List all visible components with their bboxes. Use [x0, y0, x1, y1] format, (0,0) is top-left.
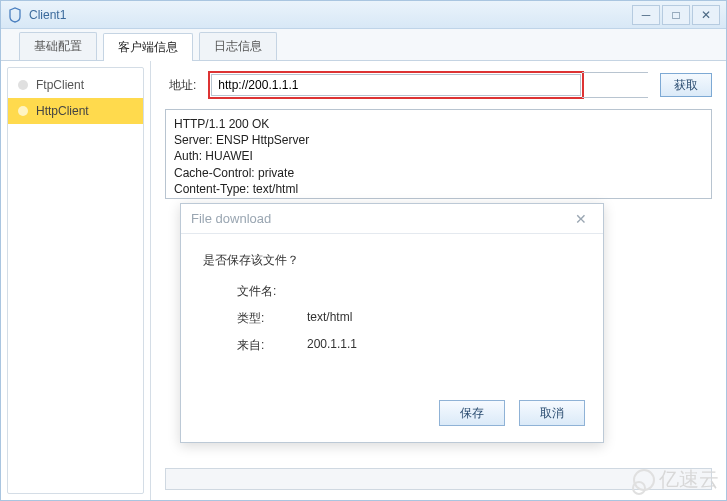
from-label: 来自: — [237, 337, 307, 354]
sidebar-item-label: FtpClient — [36, 78, 84, 92]
cancel-button[interactable]: 取消 — [519, 400, 585, 426]
dialog-button-row: 保存 取消 — [181, 400, 603, 442]
response-line: Content-Length: 179 — [174, 197, 703, 199]
status-dot-icon — [18, 106, 28, 116]
status-dot-icon — [18, 80, 28, 90]
file-download-dialog: File download ✕ 是否保存该文件？ 文件名: 类型: text/h… — [180, 203, 604, 443]
sidebar-item-label: HttpClient — [36, 104, 89, 118]
response-line: Auth: HUAWEI — [174, 148, 703, 164]
save-button[interactable]: 保存 — [439, 400, 505, 426]
sidebar-box: FtpClient HttpClient — [7, 67, 144, 494]
dialog-question: 是否保存该文件？ — [203, 252, 581, 269]
url-input[interactable] — [211, 74, 581, 96]
fetch-button[interactable]: 获取 — [660, 73, 712, 97]
app-window: Client1 ─ □ ✕ 基础配置 客户端信息 日志信息 FtpClient … — [0, 0, 727, 501]
sidebar-item-httpclient[interactable]: HttpClient — [8, 98, 143, 124]
dialog-row-filename: 文件名: — [203, 283, 581, 300]
close-button[interactable]: ✕ — [692, 5, 720, 25]
tabs-bar: 基础配置 客户端信息 日志信息 — [1, 29, 726, 61]
type-value: text/html — [307, 310, 352, 327]
address-highlight — [208, 71, 584, 99]
response-line: Server: ENSP HttpServer — [174, 132, 703, 148]
address-label: 地址: — [165, 77, 196, 94]
dialog-row-from: 来自: 200.1.1.1 — [203, 337, 581, 354]
dialog-close-icon[interactable]: ✕ — [569, 209, 593, 229]
response-line: Cache-Control: private — [174, 165, 703, 181]
status-bar — [165, 468, 712, 490]
tab-log-info[interactable]: 日志信息 — [199, 32, 277, 60]
minimize-button[interactable]: ─ — [632, 5, 660, 25]
type-label: 类型: — [237, 310, 307, 327]
maximize-button[interactable]: □ — [662, 5, 690, 25]
dialog-title: File download — [191, 211, 271, 226]
response-line: Content-Type: text/html — [174, 181, 703, 197]
titlebar: Client1 ─ □ ✕ — [1, 1, 726, 29]
tab-basic-config[interactable]: 基础配置 — [19, 32, 97, 60]
sidebar-item-ftpclient[interactable]: FtpClient — [8, 72, 143, 98]
from-value: 200.1.1.1 — [307, 337, 357, 354]
address-row: 地址: 获取 — [165, 71, 712, 99]
dialog-row-type: 类型: text/html — [203, 310, 581, 327]
window-title: Client1 — [29, 8, 630, 22]
address-trail — [582, 72, 648, 98]
dialog-body: 是否保存该文件？ 文件名: 类型: text/html 来自: 200.1.1.… — [181, 234, 603, 400]
http-response-box: HTTP/1.1 200 OK Server: ENSP HttpServer … — [165, 109, 712, 199]
filename-label: 文件名: — [237, 283, 307, 300]
app-icon — [7, 7, 23, 23]
sidebar: FtpClient HttpClient — [1, 61, 151, 500]
response-line: HTTP/1.1 200 OK — [174, 116, 703, 132]
dialog-titlebar: File download ✕ — [181, 204, 603, 234]
tab-client-info[interactable]: 客户端信息 — [103, 33, 193, 61]
